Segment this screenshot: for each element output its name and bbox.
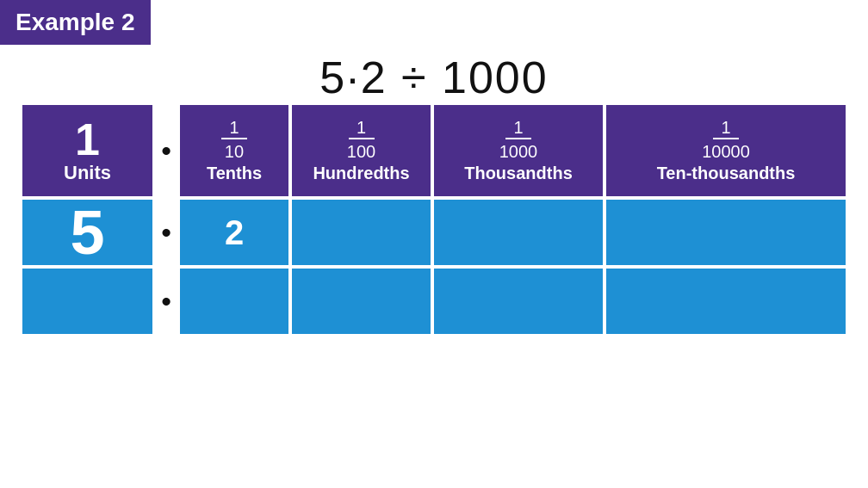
thousandths-frac-bottom: 1000 bbox=[499, 141, 538, 160]
equation: 5·2 ÷ 1000 bbox=[0, 34, 868, 103]
thousandths-data-row2 bbox=[432, 267, 604, 336]
hundredths-frac-top: 1 bbox=[349, 119, 375, 139]
ten-thousandths-frac-top: 1 bbox=[713, 119, 739, 139]
right-columns: 1 10 Tenths 1 100 Hundredths 1 1000 Thou… bbox=[178, 103, 847, 336]
tenths-header: 1 10 Tenths bbox=[178, 103, 290, 198]
dot-row1: • bbox=[161, 198, 170, 267]
tenths-label: Tenths bbox=[207, 164, 262, 183]
hundredths-data-row2 bbox=[290, 267, 432, 336]
data-row-2 bbox=[178, 267, 847, 336]
dot-row2: • bbox=[161, 267, 170, 336]
units-value-row1: 5 bbox=[70, 197, 104, 268]
thousandths-header: 1 1000 Thousandths bbox=[432, 103, 604, 198]
ten-thousandths-data-row2 bbox=[604, 267, 847, 336]
table-outer: 1 Units 5 • • • 1 10 Tenths bbox=[21, 103, 847, 336]
thousandths-data-row1 bbox=[432, 198, 604, 267]
ten-thousandths-data-row1 bbox=[604, 198, 847, 267]
tenths-val1: 2 bbox=[225, 213, 244, 252]
units-header-cell: 1 Units bbox=[21, 103, 154, 198]
thousandths-frac-top: 1 bbox=[505, 119, 531, 139]
tenths-frac-bottom: 10 bbox=[225, 141, 244, 160]
ten-thousandths-label: Ten-thousandths bbox=[657, 164, 796, 183]
header-row: 1 10 Tenths 1 100 Hundredths 1 1000 Thou… bbox=[178, 103, 847, 198]
dot-header: • bbox=[161, 103, 170, 198]
tenths-data-row1: 2 bbox=[178, 198, 290, 267]
units-number: 1 bbox=[75, 117, 100, 162]
units-label: Units bbox=[64, 162, 111, 184]
hundredths-header: 1 100 Hundredths bbox=[290, 103, 432, 198]
dot-column: • • • bbox=[154, 103, 178, 336]
hundredths-frac-bottom: 100 bbox=[347, 141, 375, 160]
ten-thousandths-frac-bottom: 10000 bbox=[702, 141, 750, 160]
hundredths-data-row1 bbox=[290, 198, 432, 267]
ten-thousandths-header: 1 10000 Ten-thousandths bbox=[604, 103, 847, 198]
data-row-1: 2 bbox=[178, 198, 847, 267]
tenths-frac-top: 1 bbox=[221, 119, 247, 139]
thousandths-label: Thousandths bbox=[464, 164, 573, 183]
example-badge: Example 2 bbox=[0, 0, 151, 45]
hundredths-label: Hundredths bbox=[313, 164, 409, 183]
tenths-data-row2 bbox=[178, 267, 290, 336]
units-data-row1: 5 bbox=[21, 198, 154, 267]
units-data-row2 bbox=[21, 267, 154, 336]
units-column: 1 Units 5 bbox=[21, 103, 154, 336]
